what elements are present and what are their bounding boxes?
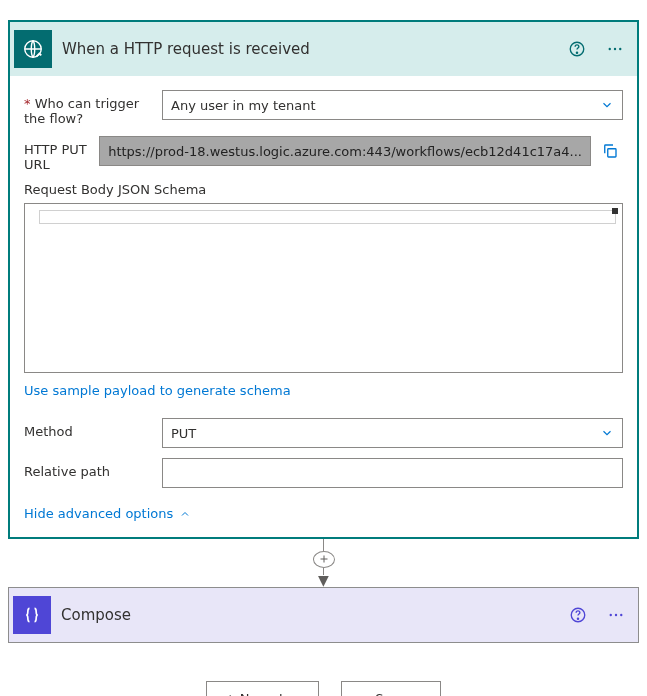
method-label: Method [24,418,154,439]
who-value: Any user in my tenant [171,98,316,113]
help-button[interactable] [564,601,592,629]
footer-actions: + New step Save [8,681,639,696]
schema-label: Request Body JSON Schema [24,182,623,197]
method-value: PUT [171,426,196,441]
svg-point-8 [577,618,578,619]
compose-header[interactable]: Compose [9,588,638,642]
arrow-down-icon: ▼ [318,575,329,585]
method-select[interactable]: PUT [162,418,623,448]
who-can-trigger-select[interactable]: Any user in my tenant [162,90,623,120]
chevron-down-icon [600,426,614,440]
trigger-card: When a HTTP request is received * Who ca… [8,20,639,539]
connector: ▼ [8,539,639,587]
hide-advanced-toggle[interactable]: Hide advanced options [24,506,623,521]
trigger-title: When a HTTP request is received [62,40,553,58]
chevron-up-icon [179,508,191,520]
more-button[interactable] [601,35,629,63]
http-url-value: https://prod-18.westus.logic.azure.com:4… [99,136,591,166]
relative-path-row: Relative path [24,458,623,488]
compose-icon [13,596,51,634]
who-can-trigger-row: * Who can trigger the flow? Any user in … [24,90,623,126]
trigger-header[interactable]: When a HTTP request is received [10,22,637,76]
svg-rect-6 [608,149,616,157]
add-step-between-button[interactable] [313,551,335,568]
svg-point-2 [576,52,577,53]
compose-card: Compose [8,587,639,643]
svg-point-11 [620,614,622,616]
relpath-label: Relative path [24,458,154,479]
svg-point-10 [615,614,617,616]
relative-path-input[interactable] [162,458,623,488]
trigger-body: * Who can trigger the flow? Any user in … [10,76,637,537]
http-request-icon [14,30,52,68]
svg-point-5 [619,48,621,50]
who-label: * Who can trigger the flow? [24,90,154,126]
http-url-row: HTTP PUT URL https://prod-18.westus.logi… [24,136,623,172]
sample-payload-link[interactable]: Use sample payload to generate schema [24,383,291,398]
svg-point-9 [610,614,612,616]
new-step-button[interactable]: + New step [206,681,320,696]
chevron-down-icon [600,98,614,112]
more-button[interactable] [602,601,630,629]
svg-point-4 [614,48,616,50]
help-button[interactable] [563,35,591,63]
save-button[interactable]: Save [341,681,441,696]
url-label: HTTP PUT URL [24,136,91,172]
svg-point-3 [609,48,611,50]
compose-title: Compose [61,606,554,624]
method-row: Method PUT [24,418,623,448]
schema-textarea[interactable] [24,203,623,373]
copy-url-button[interactable] [597,138,623,164]
